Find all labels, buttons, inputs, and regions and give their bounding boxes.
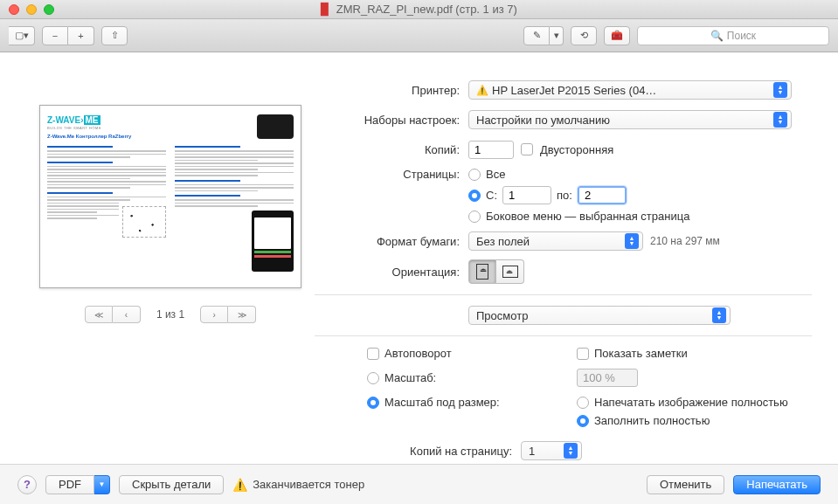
show-notes-checkbox[interactable] [577,348,589,360]
print-full-label: Напечатать изображение полностью [594,396,788,409]
pages-side-radio[interactable] [468,211,481,223]
pdf-button[interactable]: PDF [45,475,94,494]
chevron-updown-icon: ▲▼ [712,307,726,323]
orientation-landscape[interactable] [496,259,524,284]
pages-label: Страницы: [315,168,468,181]
pdf-icon: ▉ [321,3,329,16]
pages-all-radio[interactable] [468,169,481,181]
pages-side-label: Боковое меню — выбранная страница [486,210,689,223]
pages-to-input[interactable] [578,186,627,204]
hide-details-button[interactable]: Скрыть детали [119,475,224,494]
toner-status: ⚠️ Заканчивается тонер [232,478,364,492]
chevron-updown-icon: ▲▼ [625,233,639,249]
last-page-button[interactable]: ≫ [228,306,256,323]
pages-from-input[interactable] [502,186,551,204]
cancel-button[interactable]: Отменить [647,475,724,494]
rotate-button[interactable]: ⟲ [571,26,597,45]
paper-dimensions: 210 на 297 мм [650,235,720,247]
prev-page-button[interactable]: ‹ [113,306,141,323]
fill-full-radio[interactable] [577,415,589,427]
autorotate-label: Автоповорот [384,347,452,360]
zoom-in-button[interactable]: + [68,26,94,45]
presets-select[interactable]: Настройки по умолчанию ▲▼ [468,110,792,129]
preview-column: Z-WAVE›ME BUILDS THE SMART HOME Z-Wave.M… [26,70,315,463]
fill-full-label: Заполнить полностью [594,414,710,427]
pages-all-label: Все [486,168,505,181]
warning-icon: ⚠️ [232,478,247,492]
window-controls [0,4,54,15]
scale-fit-radio[interactable] [367,397,379,409]
pages-to-label: по: [557,189,572,202]
autorotate-checkbox[interactable] [367,348,379,360]
scale-input [577,369,638,387]
presets-label: Наборы настроек: [315,114,468,127]
copies-per-page-label: Копий на страницу: [367,445,521,458]
search-icon: 🔍 [710,30,724,42]
pages-from-label: С: [486,189,497,202]
chevron-updown-icon: ▲▼ [564,443,578,459]
zoom-button[interactable] [44,4,54,15]
markup-button[interactable]: ✎ [523,26,550,45]
footer: ? PDF ▼ Скрыть детали ⚠️ Заканчивается т… [0,464,838,504]
pdf-menu[interactable]: ▼ [94,475,110,494]
sidebar-toggle[interactable]: ▢▾ [9,26,35,45]
close-button[interactable] [9,4,19,15]
chevron-updown-icon: ▲▼ [773,112,787,128]
page-indicator: 1 из 1 [156,308,184,321]
orientation-label: Ориентация: [315,266,468,279]
duplex-label: Двусторонняя [540,143,613,156]
print-settings: Принтер: ⚠️ HP LaserJet P2015 Series (04… [315,70,812,463]
print-button[interactable]: Напечатать [733,475,821,494]
printer-select[interactable]: ⚠️ HP LaserJet P2015 Series (04… ▲▼ [468,80,792,100]
duplex-checkbox[interactable] [521,143,533,155]
minimize-button[interactable] [26,4,37,15]
toolbox-button[interactable]: 🧰 [604,26,630,45]
zoom-out-button[interactable]: − [42,26,68,45]
scale-label: Масштаб: [384,371,436,384]
print-full-radio[interactable] [577,397,589,409]
device-image [257,114,294,139]
first-page-button[interactable]: ≪ [85,306,113,323]
next-page-button[interactable]: › [200,306,228,323]
scale-fit-label: Масштаб под размер: [384,396,500,409]
scale-radio[interactable] [367,372,379,384]
search-input[interactable]: 🔍 Поиск [637,26,829,45]
warning-icon: ⚠️ [476,85,488,96]
pager: ≪ ‹ 1 из 1 › ≫ [85,306,256,323]
paper-select[interactable]: Без полей ▲▼ [468,231,643,251]
window-title: ▉ ZMR_RAZ_PI_new.pdf (стр. 1 из 7) [0,3,838,16]
toolbar: ▢▾ − + ⇧ ✎ ▾ ⟲ 🧰 🔍 Поиск [0,19,838,52]
help-button[interactable]: ? [17,475,37,494]
titlebar: ▉ ZMR_RAZ_PI_new.pdf (стр. 1 из 7) [0,0,838,19]
share-button[interactable]: ⇧ [101,26,128,45]
copies-input[interactable] [468,141,514,159]
copies-per-page-select[interactable]: 1 ▲▼ [521,441,582,460]
orientation-portrait[interactable] [468,259,496,284]
markup-menu[interactable]: ▾ [550,26,564,45]
page-preview: Z-WAVE›ME BUILDS THE SMART HOME Z-Wave.M… [39,105,301,288]
pages-range-radio[interactable] [468,190,481,202]
show-notes-label: Показать заметки [594,347,688,360]
copies-label: Копий: [315,143,468,156]
chevron-updown-icon: ▲▼ [773,82,787,98]
print-panel-select[interactable]: Просмотр ▲▼ [468,306,731,325]
paper-label: Формат бумаги: [315,235,468,248]
printer-label: Принтер: [315,84,468,97]
